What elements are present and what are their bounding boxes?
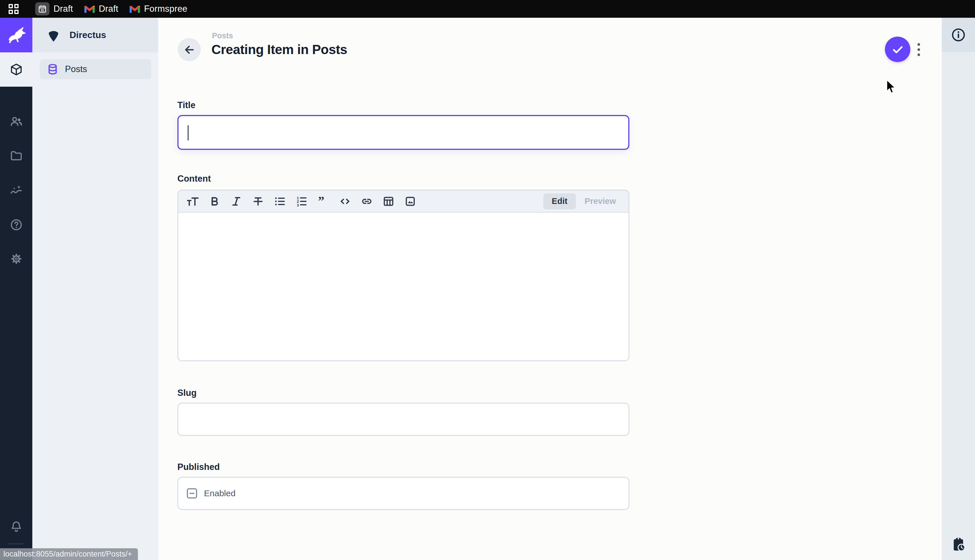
- module-bar: [0, 18, 32, 560]
- bold-button[interactable]: [207, 193, 222, 209]
- text-caret: [188, 125, 188, 140]
- screen: 31 Draft Draft: [0, 0, 975, 560]
- right-sidebar: [942, 18, 975, 560]
- tab-label: Formspree: [144, 4, 187, 14]
- module-file-library[interactable]: [0, 139, 32, 173]
- mouse-cursor: [886, 80, 897, 97]
- slug-input[interactable]: [177, 403, 629, 436]
- module-content[interactable]: [0, 52, 32, 87]
- more-options-button[interactable]: [913, 40, 924, 59]
- field-label-title: Title: [177, 100, 195, 110]
- status-url-text: localhost:8055/admin/content/Posts/+: [3, 550, 132, 558]
- field-label-slug: Slug: [177, 388, 197, 398]
- field-label-content: Content: [177, 173, 211, 184]
- help-icon: [10, 218, 23, 232]
- back-button[interactable]: [178, 38, 201, 61]
- numbered-list-button[interactable]: 1 2 3: [294, 193, 309, 209]
- title-input[interactable]: [177, 115, 629, 150]
- editor-toolbar: 1 2 3 ”: [178, 190, 628, 213]
- info-icon: [951, 27, 966, 43]
- code-button[interactable]: [338, 193, 352, 209]
- project-name: Directus: [70, 30, 106, 40]
- tab-preview[interactable]: Preview: [576, 193, 625, 209]
- svg-text:31: 31: [41, 9, 44, 12]
- info-sidebar-button[interactable]: [942, 18, 975, 52]
- project-fan-icon: [46, 28, 61, 43]
- image-button[interactable]: [403, 193, 417, 209]
- gmail-icon: [130, 5, 140, 13]
- bell-icon: [10, 520, 23, 533]
- svg-text:”: ”: [318, 195, 325, 208]
- insights-icon: [10, 183, 23, 197]
- format-size-button[interactable]: [186, 193, 200, 209]
- status-url-tooltip: localhost:8055/admin/content/Posts/+: [0, 548, 138, 560]
- directus-rabbit-icon: [5, 24, 27, 46]
- directus-logo-button[interactable]: [0, 18, 32, 52]
- save-button[interactable]: [885, 37, 910, 62]
- tab-grid-icon[interactable]: [8, 4, 18, 14]
- calendar-31-icon: 31: [35, 2, 50, 15]
- field-label-published: Published: [177, 462, 220, 472]
- check-icon: [891, 43, 905, 56]
- tab-edit[interactable]: Edit: [543, 193, 576, 209]
- sidebar-item-label: Posts: [65, 64, 87, 74]
- folder-icon: [10, 149, 23, 163]
- notifications-button[interactable]: [0, 510, 32, 544]
- revisions-button[interactable]: [942, 529, 975, 560]
- clipboard-clock-icon: [950, 537, 967, 553]
- arrow-left-icon: [183, 43, 196, 56]
- browser-tab-bar: 31 Draft Draft: [0, 0, 975, 18]
- published-checkbox-label: Enabled: [204, 488, 235, 498]
- module-insights[interactable]: [0, 173, 32, 208]
- breadcrumb[interactable]: Posts: [212, 32, 233, 40]
- italic-button[interactable]: [229, 193, 243, 209]
- bulleted-list-button[interactable]: [273, 193, 287, 209]
- module-user-directory[interactable]: [0, 104, 32, 139]
- page-title: Creating Item in Posts: [212, 42, 347, 57]
- link-button[interactable]: [360, 193, 374, 209]
- tab-label: Draft: [53, 4, 73, 14]
- sidebar-item-posts[interactable]: Posts: [40, 59, 151, 79]
- project-header[interactable]: Directus: [32, 18, 158, 52]
- blockquote-button[interactable]: ”: [316, 193, 330, 209]
- svg-text:3: 3: [297, 203, 299, 207]
- database-icon: [47, 63, 58, 75]
- users-icon: [10, 115, 23, 128]
- indeterminate-dash-icon: [189, 493, 195, 494]
- module-settings[interactable]: [0, 242, 32, 276]
- browser-tab-draft-calendar[interactable]: 31 Draft: [35, 2, 73, 15]
- strikethrough-button[interactable]: [251, 193, 265, 209]
- gear-icon: [10, 252, 23, 266]
- gmail-icon: [84, 5, 95, 13]
- navigation-sidebar: Directus Posts: [32, 18, 158, 560]
- content-editor-textarea[interactable]: [178, 213, 628, 361]
- browser-tab-formspree[interactable]: Formspree: [130, 4, 187, 14]
- published-checkbox[interactable]: [187, 488, 197, 498]
- browser-tab-draft-gmail[interactable]: Draft: [84, 4, 118, 14]
- module-documentation[interactable]: [0, 208, 32, 242]
- main-content: Posts Creating Item in Posts Title Conte…: [158, 18, 941, 560]
- published-field: Enabled: [177, 477, 629, 510]
- tab-label: Draft: [99, 4, 118, 14]
- content-editor: 1 2 3 ”: [177, 190, 629, 361]
- table-button[interactable]: [382, 193, 396, 209]
- box-icon: [10, 63, 23, 77]
